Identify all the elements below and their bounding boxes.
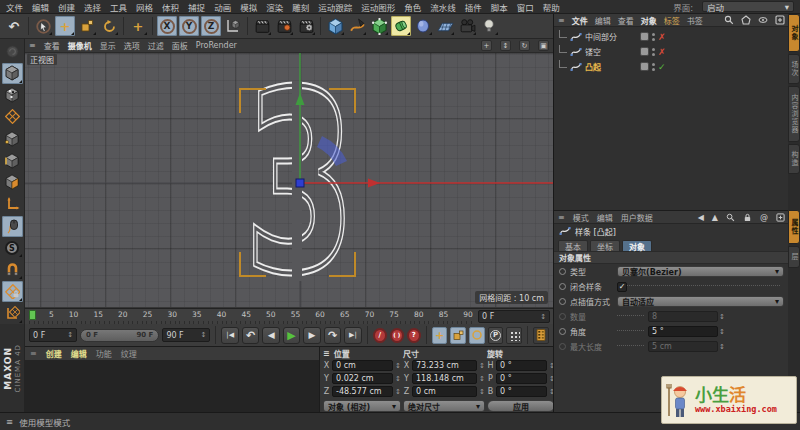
- start-frame-field[interactable]: 0 F ↕: [29, 328, 77, 342]
- coord-mode-select[interactable]: 对象 (相对)▾: [323, 400, 401, 412]
- vp-menu-view[interactable]: 查看: [44, 40, 60, 51]
- menu-script[interactable]: 脚本: [491, 1, 508, 13]
- menu-render[interactable]: 渲染: [266, 1, 283, 13]
- om-tab-objects[interactable]: 对象: [641, 15, 657, 26]
- object-name-selected[interactable]: 凸起: [585, 61, 637, 72]
- menu-character[interactable]: 角色: [404, 1, 421, 13]
- rotate-tool-button[interactable]: [99, 16, 119, 36]
- add-camera-button[interactable]: [457, 16, 477, 36]
- am-menu-userdata[interactable]: 用户数据: [621, 212, 653, 223]
- menu-motion-tracking[interactable]: 运动跟踪: [318, 1, 352, 13]
- parent-up-icon[interactable]: ▲: [712, 213, 718, 222]
- enable-toggle-off[interactable]: ✗: [658, 47, 666, 57]
- panel-menu-icon[interactable]: ≡: [30, 349, 37, 358]
- side-tab-content-browser[interactable]: 内容浏览器: [788, 86, 800, 142]
- watermark-url[interactable]: www.xbaixing.com: [695, 404, 777, 414]
- edges-mode-button[interactable]: [2, 150, 23, 171]
- size-z-field[interactable]: 0 cm: [412, 386, 477, 397]
- side-tab-structure[interactable]: 构造: [788, 144, 800, 174]
- close-spline-checkbox[interactable]: ✓: [617, 282, 627, 292]
- tab-basic[interactable]: 基本: [558, 240, 588, 251]
- mat-tab-edit[interactable]: 编辑: [71, 348, 87, 359]
- eye-icon[interactable]: [758, 15, 768, 25]
- panel-menu-icon[interactable]: ≡: [558, 213, 565, 222]
- enable-toggle-on[interactable]: ✓: [658, 62, 666, 72]
- object-list[interactable]: 中间部分 ✗ 镂空 ✗ 凸起: [554, 27, 789, 210]
- stepper-icon[interactable]: ↕: [395, 362, 401, 370]
- key-scale-toggle[interactable]: [450, 327, 466, 344]
- key-parameter-toggle[interactable]: P: [488, 327, 504, 344]
- model-mode-button[interactable]: [2, 63, 23, 84]
- polygons-mode-button[interactable]: [2, 172, 23, 193]
- vp-menu-cameras[interactable]: 摄像机: [68, 40, 92, 51]
- add-view-icon[interactable]: [775, 15, 785, 25]
- menu-create[interactable]: 创建: [58, 1, 75, 13]
- vp-menu-display[interactable]: 显示: [100, 40, 116, 51]
- am-menu-mode[interactable]: 模式: [573, 212, 589, 223]
- side-tab-objects[interactable]: 对象: [788, 14, 800, 52]
- panel-menu-icon[interactable]: ≡: [558, 16, 565, 25]
- layer-swatch[interactable]: [640, 62, 649, 71]
- snap-toggle-button[interactable]: S: [2, 238, 23, 259]
- workplane-axis-button[interactable]: [2, 303, 23, 324]
- menu-edit[interactable]: 编辑: [32, 1, 49, 13]
- move-tool-button[interactable]: +: [55, 16, 75, 36]
- menu-plugins[interactable]: 插件: [465, 1, 482, 13]
- texture-mode-button[interactable]: [2, 85, 23, 106]
- tab-coordinates[interactable]: 坐标: [590, 240, 620, 251]
- panel-menu-icon[interactable]: ≡: [323, 349, 330, 358]
- menu-mesh[interactable]: 网格: [136, 1, 153, 13]
- toggle-views-icon[interactable]: ▣: [538, 40, 549, 51]
- undo-button[interactable]: ↶: [4, 16, 24, 36]
- search-icon[interactable]: [724, 15, 734, 25]
- mat-tab-create[interactable]: 创建: [46, 348, 62, 359]
- render-region-button[interactable]: [274, 16, 294, 36]
- viewport-canvas[interactable]: 3 3 正视图: [25, 53, 553, 307]
- menu-file[interactable]: 文件: [6, 1, 23, 13]
- lock-z-button[interactable]: Z: [201, 16, 221, 36]
- panel-menu-icon[interactable]: ≡: [6, 417, 13, 427]
- om-tab-file[interactable]: 文件: [572, 15, 588, 26]
- coord-system-button[interactable]: [223, 16, 243, 36]
- stepper-icon[interactable]: ↕: [479, 388, 485, 396]
- view-label[interactable]: 正视图: [27, 54, 57, 65]
- next-key-button[interactable]: ▶: [303, 327, 320, 344]
- pos-z-field[interactable]: -48.577 cm: [332, 386, 393, 397]
- visibility-dots[interactable]: [652, 33, 655, 41]
- object-name[interactable]: 中间部分: [585, 31, 637, 42]
- workplane-lock-button[interactable]: [2, 281, 23, 302]
- orbit-view-icon[interactable]: ↻: [519, 40, 530, 51]
- magnet-tool-button[interactable]: [2, 259, 23, 280]
- menu-snap[interactable]: 捕捉: [188, 1, 205, 13]
- key-pla-toggle[interactable]: [506, 327, 522, 344]
- side-tab-takes[interactable]: 场次: [788, 54, 800, 84]
- menu-animate[interactable]: 动画: [214, 1, 231, 13]
- at-icon[interactable]: @: [760, 213, 768, 222]
- om-tab-bookmarks[interactable]: 书签: [687, 15, 703, 26]
- object-row-cutout[interactable]: 镂空 ✗: [554, 44, 789, 59]
- axis-mode-button[interactable]: [2, 194, 23, 215]
- current-frame-field[interactable]: 0 F ↕: [478, 310, 550, 323]
- convert-editable-button[interactable]: [2, 41, 23, 62]
- timeline-window-button[interactable]: [533, 327, 549, 344]
- add-cube-button[interactable]: [325, 16, 345, 36]
- menu-select[interactable]: 选择: [84, 1, 101, 13]
- play-backward-button[interactable]: ↶: [242, 327, 259, 344]
- key-position-toggle[interactable]: +: [432, 327, 448, 344]
- loop-button[interactable]: ↷: [324, 327, 341, 344]
- play-button[interactable]: ▶: [283, 327, 300, 344]
- mat-tab-function[interactable]: 功能: [96, 348, 112, 359]
- lock-x-button[interactable]: X: [157, 16, 177, 36]
- menu-help[interactable]: 帮助: [543, 1, 560, 13]
- visibility-dots[interactable]: [652, 63, 655, 71]
- size-x-field[interactable]: 73.233 cm: [412, 360, 477, 371]
- stepper-icon[interactable]: ↕: [540, 313, 546, 321]
- interpolation-select[interactable]: 自动适应 ▾: [617, 296, 784, 307]
- size-mode-select[interactable]: 绝对尺寸▾: [403, 400, 485, 412]
- vp-menu-options[interactable]: 选项: [124, 40, 140, 51]
- add-deformer-button[interactable]: [391, 16, 411, 36]
- stepper-icon[interactable]: ↕: [718, 328, 726, 336]
- object-row-middle[interactable]: 中间部分 ✗: [554, 29, 789, 44]
- stepper-icon[interactable]: ↕: [395, 388, 401, 396]
- am-menu-edit[interactable]: 编辑: [597, 212, 613, 223]
